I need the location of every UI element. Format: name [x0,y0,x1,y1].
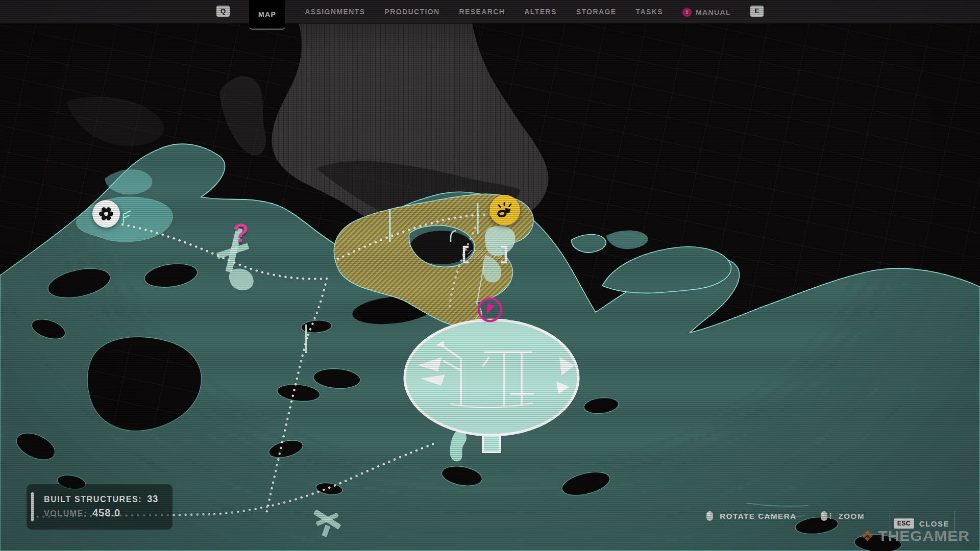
unknown-location-marker[interactable]: ? [227,216,255,250]
tab-map[interactable]: MAP [249,0,285,30]
tab-research[interactable]: RESEARCH [459,0,505,16]
zoom-label: ZOOM [839,512,865,520]
built-structures-label: BUILT STRUCTURES: [44,495,142,504]
resource-deposit-marker[interactable] [489,195,520,226]
tab-label: ASSIGNMENTS [305,8,365,16]
notification-icon: ! [682,8,692,17]
tab-label: PRODUCTION [384,8,439,16]
base-settings-marker[interactable] [92,200,120,228]
tab-label: ALTERS [524,8,556,16]
mouse-scroll-icon [820,511,832,521]
tab-alters[interactable]: ALTERS [524,0,556,16]
notification-badge: ! [686,9,688,16]
player-position-marker[interactable] [475,294,505,325]
compass-ornament-icon: ❖ [860,529,874,544]
tab-assignments[interactable]: ASSIGNMENTS [305,0,365,16]
map-canvas[interactable] [0,0,980,551]
tab-tasks[interactable]: TASKS [635,0,663,16]
top-nav-bar: Q MAP ASSIGNMENTS PRODUCTION RESEARCH AL… [0,0,980,23]
camera-controls: ROTATE CAMERA ZOOM [706,511,865,521]
tab-production[interactable]: PRODUCTION [384,0,439,16]
volume-label: VOLUME: [44,509,87,518]
rotate-camera-label: ROTATE CAMERA [720,512,796,520]
zoom-hint: ZOOM [820,511,865,521]
tab-label: STORAGE [576,8,617,16]
tab-label: TASKS [635,8,663,16]
arrow-cursor-icon [475,294,505,325]
tab-manual[interactable]: ! MANUAL [682,0,731,17]
site-watermark: ❖ THEGAMER [860,528,970,545]
tab-label: MANUAL [696,8,731,16]
mouse-icon [706,511,714,521]
tab-label: RESEARCH [459,8,505,16]
rotate-camera-hint: ROTATE CAMERA [706,511,796,521]
built-structures-value: 33 [147,494,158,504]
close-hint: ESC CLOSE [894,518,949,529]
map-stats-panel: BUILT STRUCTURES:33 VOLUME:458.0 [27,484,173,530]
question-mark: ? [233,218,249,248]
key-hint-esc: ESC [894,518,914,529]
volume-value: 458.0 [92,507,120,518]
tab-storage[interactable]: STORAGE [576,0,617,16]
gear-icon [97,205,115,222]
key-hint-q: Q [216,6,230,17]
tab-label: MAP [258,10,276,18]
minerals-icon [495,201,514,220]
close-label: CLOSE [919,519,949,528]
watermark-text: THEGAMER [878,528,970,544]
stats-accent-bar [31,492,34,521]
key-hint-e: E [750,6,764,17]
